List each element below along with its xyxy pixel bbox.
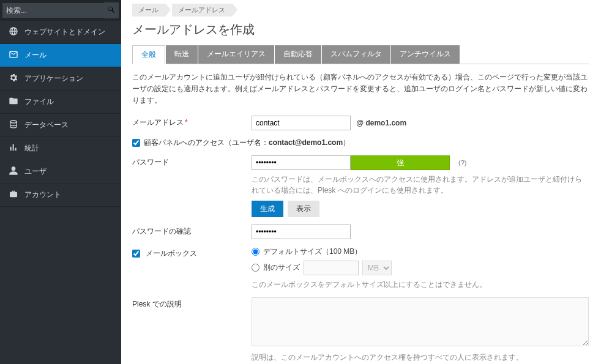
sidebar-item-databases[interactable]: データベース	[0, 114, 121, 137]
password-hint: このパスワードは、メールボックスへのアクセスに使用されます。アドレスが追加ユーザ…	[252, 174, 589, 196]
password-strength: 強	[351, 155, 450, 170]
sidebar-item-applications[interactable]: アプリケーション	[0, 67, 121, 91]
password-input[interactable]	[252, 155, 351, 170]
briefcase-icon	[9, 189, 18, 201]
sidebar-item-label: ユーザ	[24, 166, 47, 177]
stats-icon	[9, 143, 18, 154]
database-icon	[9, 119, 18, 131]
show-password-button[interactable]: 表示	[288, 201, 319, 217]
search-bar	[0, 0, 121, 21]
tab-aliases[interactable]: メールエイリアス	[198, 45, 274, 64]
sidebar-item-mail[interactable]: メール	[0, 44, 121, 67]
search-button[interactable]	[104, 2, 119, 18]
sidebar-item-label: アプリケーション	[24, 73, 83, 84]
sidebar-item-files[interactable]: ファイル	[0, 91, 121, 114]
tab-antivirus[interactable]: アンチウイルス	[391, 45, 460, 64]
description-hint: 説明は、このメールアカウントへのアクセス権を持つすべての人に表示されます。	[252, 352, 589, 363]
sidebar-item-account[interactable]: アカウント	[0, 184, 121, 207]
sidebar-item-label: ウェブサイトとドメイン	[24, 27, 105, 37]
breadcrumb-item[interactable]: メール	[132, 4, 166, 17]
user-icon	[9, 166, 18, 177]
mailbox-default-radio[interactable]	[252, 248, 259, 256]
globe-icon	[9, 26, 18, 38]
page-title: メールアドレスを作成	[132, 21, 589, 38]
sidebar-item-label: アカウント	[24, 190, 61, 200]
tab-autoreply[interactable]: 自動応答	[275, 45, 321, 64]
password-label: パスワード	[132, 155, 252, 168]
sidebar-item-stats[interactable]: 統計	[0, 137, 121, 160]
mailbox-unit-select[interactable]: MB	[362, 261, 392, 275]
help-icon[interactable]: (?)	[458, 159, 466, 166]
sidebar-item-label: 統計	[24, 143, 39, 154]
folder-icon	[9, 96, 18, 108]
mailbox-custom-label: 別のサイズ	[263, 262, 300, 273]
panel-access-checkbox[interactable]	[132, 139, 140, 147]
mail-icon	[9, 50, 18, 61]
confirm-password-label: パスワードの確認	[132, 225, 252, 237]
intro-text: このメールアカウントに追加ユーザが紐付けられている（顧客パネルへのアクセスが有効…	[132, 72, 589, 107]
tab-general[interactable]: 全般	[132, 45, 165, 64]
description-label: Plesk での説明	[132, 297, 252, 310]
sidebar-item-users[interactable]: ユーザ	[0, 160, 121, 184]
tab-spam[interactable]: スパムフィルタ	[322, 45, 390, 64]
panel-access-label: 顧客パネルへのアクセス（ユーザ名：contact@demo1.com）	[144, 138, 350, 148]
sidebar-item-websites[interactable]: ウェブサイトとドメイン	[0, 21, 121, 44]
breadcrumb: メール メールアドレス	[132, 4, 589, 17]
breadcrumb-item[interactable]: メールアドレス	[172, 4, 233, 17]
mailbox-default-label: デフォルトサイズ（100 MB）	[263, 247, 362, 257]
sidebar-item-label: メール	[24, 50, 47, 61]
mailbox-checkbox[interactable]	[132, 250, 140, 258]
description-textarea[interactable]	[252, 297, 589, 346]
search-icon	[107, 6, 116, 16]
mailbox-hint: このメールボックスをデフォルトサイズ以上にすることはできません。	[252, 279, 589, 290]
generate-password-button[interactable]: 生成	[252, 201, 283, 217]
email-label: メールアドレス*	[132, 116, 252, 128]
mailbox-size-input[interactable]	[304, 261, 359, 275]
sidebar-item-label: データベース	[24, 120, 69, 130]
tab-forwarding[interactable]: 転送	[166, 45, 198, 64]
tabs: 全般 転送 メールエイリアス 自動応答 スパムフィルタ アンチウイルス	[132, 45, 589, 64]
sidebar-item-label: ファイル	[24, 97, 54, 107]
mailbox-label: メールボックス	[132, 247, 252, 259]
gear-icon	[9, 73, 18, 84]
search-input[interactable]	[2, 3, 104, 18]
mailbox-custom-radio[interactable]	[252, 264, 259, 272]
confirm-password-input[interactable]	[252, 225, 351, 239]
email-domain: @ demo1.com	[356, 119, 406, 127]
email-local-input[interactable]	[252, 116, 351, 130]
